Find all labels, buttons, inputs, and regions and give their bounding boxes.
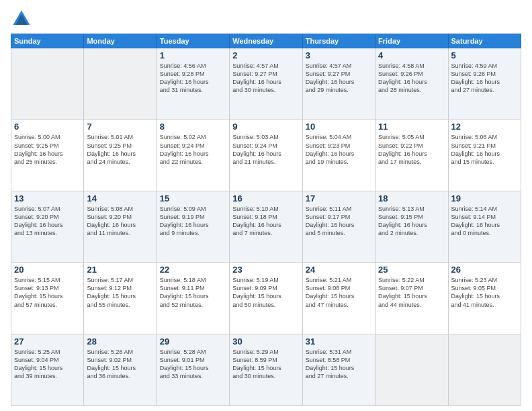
calendar-cell: 9Sunrise: 5:03 AM Sunset: 9:24 PM Daylig… xyxy=(230,120,302,191)
day-info: Sunrise: 5:19 AM Sunset: 9:09 PM Dayligh… xyxy=(232,276,299,309)
day-number: 2 xyxy=(232,50,299,60)
day-info: Sunrise: 5:22 AM Sunset: 9:07 PM Dayligh… xyxy=(378,276,445,309)
day-info: Sunrise: 5:25 AM Sunset: 9:04 PM Dayligh… xyxy=(14,348,81,381)
day-number: 25 xyxy=(378,265,445,275)
calendar-cell xyxy=(375,334,448,405)
weekday-header: Friday xyxy=(375,34,448,48)
day-number: 11 xyxy=(378,122,445,132)
calendar-cell: 15Sunrise: 5:09 AM Sunset: 9:19 PM Dayli… xyxy=(157,191,229,262)
calendar-page: SundayMondayTuesdayWednesdayThursdayFrid… xyxy=(0,0,532,411)
day-info: Sunrise: 5:10 AM Sunset: 9:18 PM Dayligh… xyxy=(232,205,299,238)
calendar-week-row: 20Sunrise: 5:15 AM Sunset: 9:13 PM Dayli… xyxy=(11,263,521,334)
weekday-header: Thursday xyxy=(302,34,375,48)
day-info: Sunrise: 5:29 AM Sunset: 8:59 PM Dayligh… xyxy=(232,348,299,381)
calendar-cell: 12Sunrise: 5:06 AM Sunset: 9:21 PM Dayli… xyxy=(448,120,521,191)
calendar-cell xyxy=(448,334,521,405)
calendar-cell xyxy=(84,48,157,120)
day-info: Sunrise: 5:01 AM Sunset: 9:25 PM Dayligh… xyxy=(87,133,153,166)
day-info: Sunrise: 5:03 AM Sunset: 9:24 PM Dayligh… xyxy=(232,133,299,166)
calendar-cell: 11Sunrise: 5:05 AM Sunset: 9:22 PM Dayli… xyxy=(375,120,448,191)
logo-icon xyxy=(11,8,32,30)
day-number: 16 xyxy=(232,193,299,203)
calendar-week-row: 6Sunrise: 5:00 AM Sunset: 9:25 PM Daylig… xyxy=(11,120,521,191)
day-info: Sunrise: 5:04 AM Sunset: 9:23 PM Dayligh… xyxy=(306,133,372,166)
weekday-header: Monday xyxy=(84,34,157,48)
day-number: 9 xyxy=(232,122,299,132)
weekday-header: Sunday xyxy=(11,34,84,48)
calendar-cell: 19Sunrise: 5:14 AM Sunset: 9:14 PM Dayli… xyxy=(448,191,521,262)
day-number: 21 xyxy=(87,265,153,275)
day-number: 20 xyxy=(14,265,81,275)
day-number: 18 xyxy=(378,193,445,203)
calendar-cell: 4Sunrise: 4:58 AM Sunset: 9:26 PM Daylig… xyxy=(375,48,448,120)
day-number: 29 xyxy=(160,336,226,347)
day-info: Sunrise: 5:14 AM Sunset: 9:14 PM Dayligh… xyxy=(451,205,518,238)
calendar-cell: 22Sunrise: 5:18 AM Sunset: 9:11 PM Dayli… xyxy=(157,263,229,334)
day-number: 6 xyxy=(14,122,81,132)
calendar-cell: 2Sunrise: 4:57 AM Sunset: 9:27 PM Daylig… xyxy=(230,48,302,120)
day-number: 1 xyxy=(160,50,226,60)
day-info: Sunrise: 4:56 AM Sunset: 9:28 PM Dayligh… xyxy=(160,62,226,95)
calendar-table: SundayMondayTuesdayWednesdayThursdayFrid… xyxy=(11,34,521,406)
calendar-cell: 31Sunrise: 5:31 AM Sunset: 8:58 PM Dayli… xyxy=(302,334,375,405)
day-info: Sunrise: 5:07 AM Sunset: 9:20 PM Dayligh… xyxy=(14,205,81,238)
day-number: 3 xyxy=(306,50,372,60)
calendar-cell: 3Sunrise: 4:57 AM Sunset: 9:27 PM Daylig… xyxy=(302,48,375,120)
day-number: 19 xyxy=(451,193,518,203)
calendar-cell: 28Sunrise: 5:26 AM Sunset: 9:02 PM Dayli… xyxy=(84,334,157,405)
calendar-cell: 30Sunrise: 5:29 AM Sunset: 8:59 PM Dayli… xyxy=(230,334,302,405)
day-number: 10 xyxy=(306,122,372,132)
calendar-cell: 7Sunrise: 5:01 AM Sunset: 9:25 PM Daylig… xyxy=(84,120,157,191)
calendar-cell: 16Sunrise: 5:10 AM Sunset: 9:18 PM Dayli… xyxy=(230,191,302,262)
day-number: 5 xyxy=(451,50,518,60)
day-number: 22 xyxy=(160,265,226,275)
weekday-header: Saturday xyxy=(448,34,521,48)
calendar-cell: 8Sunrise: 5:02 AM Sunset: 9:24 PM Daylig… xyxy=(157,120,229,191)
day-number: 12 xyxy=(451,122,518,132)
day-number: 31 xyxy=(306,336,372,347)
calendar-cell: 26Sunrise: 5:23 AM Sunset: 9:05 PM Dayli… xyxy=(448,263,521,334)
calendar-cell: 17Sunrise: 5:11 AM Sunset: 9:17 PM Dayli… xyxy=(302,191,375,262)
day-info: Sunrise: 5:26 AM Sunset: 9:02 PM Dayligh… xyxy=(87,348,153,381)
calendar-cell: 20Sunrise: 5:15 AM Sunset: 9:13 PM Dayli… xyxy=(11,263,84,334)
day-number: 17 xyxy=(306,193,372,203)
day-info: Sunrise: 5:05 AM Sunset: 9:22 PM Dayligh… xyxy=(378,133,445,166)
day-number: 4 xyxy=(378,50,445,60)
calendar-cell: 10Sunrise: 5:04 AM Sunset: 9:23 PM Dayli… xyxy=(302,120,375,191)
day-number: 13 xyxy=(14,193,81,203)
logo xyxy=(11,8,36,30)
calendar-cell: 13Sunrise: 5:07 AM Sunset: 9:20 PM Dayli… xyxy=(11,191,84,262)
day-number: 26 xyxy=(451,265,518,275)
calendar-cell xyxy=(11,48,84,120)
day-info: Sunrise: 4:58 AM Sunset: 9:26 PM Dayligh… xyxy=(378,62,445,95)
calendar-cell: 5Sunrise: 4:59 AM Sunset: 9:26 PM Daylig… xyxy=(448,48,521,120)
calendar-cell: 24Sunrise: 5:21 AM Sunset: 9:08 PM Dayli… xyxy=(302,263,375,334)
day-info: Sunrise: 5:08 AM Sunset: 9:20 PM Dayligh… xyxy=(87,205,153,238)
calendar-week-row: 13Sunrise: 5:07 AM Sunset: 9:20 PM Dayli… xyxy=(11,191,521,262)
day-info: Sunrise: 5:11 AM Sunset: 9:17 PM Dayligh… xyxy=(306,205,372,238)
calendar-week-row: 1Sunrise: 4:56 AM Sunset: 9:28 PM Daylig… xyxy=(11,48,521,120)
weekday-header: Tuesday xyxy=(157,34,229,48)
calendar-cell: 21Sunrise: 5:17 AM Sunset: 9:12 PM Dayli… xyxy=(84,263,157,334)
day-number: 8 xyxy=(160,122,226,132)
calendar-cell: 23Sunrise: 5:19 AM Sunset: 9:09 PM Dayli… xyxy=(230,263,302,334)
day-number: 23 xyxy=(232,265,299,275)
day-number: 24 xyxy=(306,265,372,275)
day-info: Sunrise: 5:21 AM Sunset: 9:08 PM Dayligh… xyxy=(306,276,372,309)
day-info: Sunrise: 5:13 AM Sunset: 9:15 PM Dayligh… xyxy=(378,205,445,238)
day-info: Sunrise: 4:57 AM Sunset: 9:27 PM Dayligh… xyxy=(232,62,299,95)
day-info: Sunrise: 5:00 AM Sunset: 9:25 PM Dayligh… xyxy=(14,133,81,166)
calendar-cell: 6Sunrise: 5:00 AM Sunset: 9:25 PM Daylig… xyxy=(11,120,84,191)
day-info: Sunrise: 5:31 AM Sunset: 8:58 PM Dayligh… xyxy=(306,348,372,381)
day-number: 14 xyxy=(87,193,153,203)
day-number: 7 xyxy=(87,122,153,132)
calendar-cell: 29Sunrise: 5:28 AM Sunset: 9:01 PM Dayli… xyxy=(157,334,229,405)
day-info: Sunrise: 5:23 AM Sunset: 9:05 PM Dayligh… xyxy=(451,276,518,309)
day-number: 28 xyxy=(87,336,153,347)
day-number: 27 xyxy=(14,336,81,347)
calendar-cell: 14Sunrise: 5:08 AM Sunset: 9:20 PM Dayli… xyxy=(84,191,157,262)
day-info: Sunrise: 5:02 AM Sunset: 9:24 PM Dayligh… xyxy=(160,133,226,166)
day-info: Sunrise: 5:06 AM Sunset: 9:21 PM Dayligh… xyxy=(451,133,518,166)
day-info: Sunrise: 4:59 AM Sunset: 9:26 PM Dayligh… xyxy=(451,62,518,95)
calendar-week-row: 27Sunrise: 5:25 AM Sunset: 9:04 PM Dayli… xyxy=(11,334,521,405)
